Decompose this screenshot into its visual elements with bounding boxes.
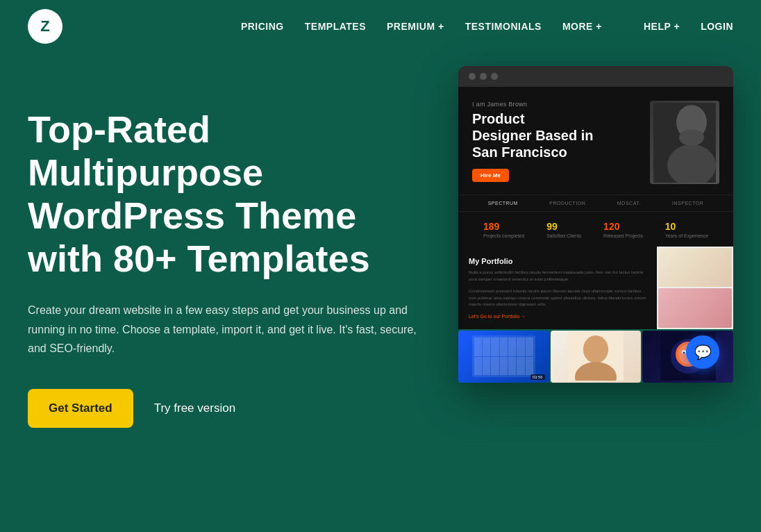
portfolio-designer-title: Product Designer Based in San Francisco (472, 110, 650, 160)
hero-description: Create your dream website in a few easy … (28, 301, 430, 358)
portfolio-hero-left: I am James Brown Product Designer Based … (472, 101, 650, 182)
portfolio-link[interactable]: Let's Go to our Portfolio → (469, 314, 646, 319)
nav-pricing[interactable]: PRICING (241, 21, 284, 32)
cal-cell (491, 357, 499, 376)
portfolio-stats: 189 Projects completed 99 Satisfied Clie… (458, 212, 733, 247)
stat-projects: 189 Projects completed (483, 220, 525, 238)
cal-cell (517, 338, 524, 356)
stat-experience: 10 Years of Experience (665, 220, 708, 238)
hero-preview: I am James Brown Product Designer Based … (458, 66, 733, 383)
stat-label-2: Released Projects (603, 233, 643, 238)
dot-yellow (480, 73, 487, 80)
hero-title: Top-Rated Multipurpose WordPress Theme w… (28, 108, 430, 280)
nav-right: HELP + LOGIN (644, 21, 733, 32)
thumbnail-calendar: 03:56 (458, 331, 549, 383)
nav-more[interactable]: MORE + (562, 21, 602, 32)
hero-content: Top-Rated Multipurpose WordPress Theme w… (28, 94, 458, 428)
chat-icon: 💬 (694, 344, 712, 360)
portfolio-text-block: My Portfolio Nulla a purus sollicitudin … (458, 247, 657, 329)
cal-cell (526, 338, 533, 356)
cal-cell (500, 338, 508, 356)
stat-number-2: 120 (603, 221, 619, 232)
stat-label-1: Satisfied Clients (546, 233, 581, 238)
cal-cell (517, 357, 524, 376)
logo[interactable]: Z (28, 9, 62, 44)
stat-number-3: 10 (665, 221, 676, 232)
portfolio-image-grid (657, 247, 733, 329)
grid-image-1 (658, 288, 732, 327)
cal-cell (500, 357, 508, 376)
cal-cell (526, 357, 533, 376)
try-free-button[interactable]: Try free version (154, 401, 235, 415)
portfolio-nav-strip: SPECTRUM PRODUCTION MOSCAT. Inspector (458, 194, 733, 212)
hero-buttons: Get Started Try free version (28, 389, 430, 428)
dot-green (491, 73, 498, 80)
hire-me-button[interactable]: Hire Me (472, 169, 509, 182)
preview-window: I am James Brown Product Designer Based … (458, 66, 733, 383)
cal-cell (483, 338, 490, 356)
get-started-button[interactable]: Get Started (28, 389, 133, 428)
stat-label-3: Years of Experience (665, 233, 708, 238)
thumbnail-portrait (551, 331, 642, 383)
svg-point-3 (679, 129, 704, 146)
portfolio-nav-moscat: MOSCAT. (617, 201, 641, 206)
cal-cell (491, 338, 499, 356)
cal-cell (508, 338, 516, 356)
dot-red (469, 73, 476, 80)
site-header: Z PRICING TEMPLATES PREMIUM + TESTIMONIA… (0, 0, 761, 52)
preview-titlebar (458, 66, 733, 87)
grid-image-0 (658, 248, 732, 287)
stat-number-0: 189 (483, 221, 499, 232)
nav-left: PRICING TEMPLATES PREMIUM + TESTIMONIALS… (241, 21, 602, 32)
chat-button[interactable]: 💬 (686, 335, 719, 369)
portfolio-nav-production: PRODUCTION (549, 201, 585, 206)
portrait-svg (568, 332, 624, 381)
stat-clients: 99 Satisfied Clients (546, 220, 581, 238)
person-image (653, 103, 716, 183)
nav-help[interactable]: HELP + (644, 21, 680, 32)
portfolio-nav-spectrum: SPECTRUM (488, 201, 518, 206)
stat-number-1: 99 (546, 221, 558, 232)
portfolio-body-text-1: Nulla a purus sollicitudin facilisis iac… (469, 269, 646, 283)
nav-login[interactable]: LOGIN (701, 21, 733, 32)
video-time-overlay: 03:56 (530, 374, 545, 380)
nav-premium[interactable]: PREMIUM + (387, 21, 444, 32)
stat-released: 120 Released Projects (603, 220, 643, 238)
cal-cell (508, 357, 516, 376)
cal-cell (483, 357, 490, 376)
portfolio-bottom-section: My Portfolio Nulla a purus sollicitudin … (458, 247, 733, 329)
portfolio-hero: I am James Brown Product Designer Based … (458, 87, 733, 194)
nav-testimonials[interactable]: TESTIMONIALS (465, 21, 542, 32)
nav-templates[interactable]: TEMPLATES (305, 21, 366, 32)
portfolio-person-label: I am James Brown (472, 101, 650, 108)
stat-label-0: Projects completed (483, 233, 525, 238)
svg-point-13 (683, 352, 685, 354)
hero-section: Top-Rated Multipurpose WordPress Theme w… (0, 52, 761, 531)
portfolio-body-text-2: Condimentum praesent lobortis iaculis ip… (469, 288, 646, 308)
portfolio-section-title: My Portfolio (469, 257, 646, 265)
portfolio-nav-inspector: Inspector (672, 201, 703, 206)
calendar-grid (472, 335, 535, 377)
cal-cell (474, 338, 482, 356)
svg-point-5 (583, 335, 608, 363)
portfolio-hero-image (650, 101, 719, 184)
main-nav: PRICING TEMPLATES PREMIUM + TESTIMONIALS… (241, 21, 733, 32)
cal-cell (474, 357, 482, 376)
